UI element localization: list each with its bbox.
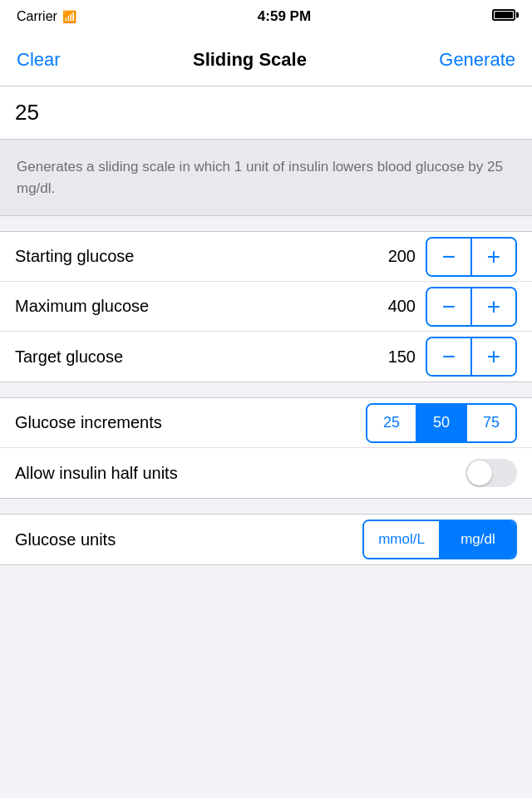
time-label: 4:59 PM xyxy=(258,8,311,25)
maximum-glucose-increment[interactable]: + xyxy=(472,288,515,325)
half-units-row: Allow insulin half units xyxy=(0,448,532,498)
maximum-glucose-value: 400 xyxy=(379,297,416,316)
starting-glucose-row: Starting glucose 200 − + xyxy=(0,232,532,282)
page-title: Sliding Scale xyxy=(193,49,307,71)
units-row: Glucose units mmol/L mg/dl xyxy=(0,515,532,564)
wifi-icon: 📶 xyxy=(62,10,76,23)
description-text: Generates a sliding scale in which 1 uni… xyxy=(17,156,515,199)
section-gap-2 xyxy=(0,382,532,397)
half-units-label: Allow insulin half units xyxy=(15,464,466,483)
section-gap-1 xyxy=(0,216,532,231)
toggle-knob xyxy=(467,461,492,485)
increments-segmented-control: 25 50 75 xyxy=(366,403,517,443)
status-bar: Carrier 📶 4:59 PM xyxy=(0,0,532,33)
target-glucose-row: Target glucose 150 − + xyxy=(0,332,532,382)
clear-button[interactable]: Clear xyxy=(13,42,64,77)
increment-75-button[interactable]: 75 xyxy=(467,405,515,441)
target-glucose-label: Target glucose xyxy=(15,347,379,367)
starting-glucose-stepper: − + xyxy=(426,237,517,277)
units-label: Glucose units xyxy=(15,530,362,549)
target-glucose-decrement[interactable]: − xyxy=(427,338,470,375)
starting-glucose-decrement[interactable]: − xyxy=(427,239,470,275)
maximum-glucose-decrement[interactable]: − xyxy=(427,288,470,325)
description-box: Generates a sliding scale in which 1 uni… xyxy=(0,140,532,216)
starting-glucose-value: 200 xyxy=(379,247,416,266)
options-settings-group: Glucose increments 25 50 75 Allow insuli… xyxy=(0,397,532,499)
input-value-row: 25 xyxy=(0,86,532,140)
increment-50-button[interactable]: 50 xyxy=(417,405,466,441)
mmol-button[interactable]: mmol/L xyxy=(364,521,439,558)
target-glucose-increment[interactable]: + xyxy=(472,338,515,375)
increment-25-button[interactable]: 25 xyxy=(367,405,416,441)
maximum-glucose-row: Maximum glucose 400 − + xyxy=(0,282,532,332)
section-gap-3 xyxy=(0,499,532,514)
units-settings-group: Glucose units mmol/L mg/dl xyxy=(0,514,532,565)
generate-button[interactable]: Generate xyxy=(436,42,519,77)
increments-row: Glucose increments 25 50 75 xyxy=(0,398,532,448)
half-units-toggle[interactable] xyxy=(466,459,517,487)
nav-bar: Clear Sliding Scale Generate xyxy=(0,33,532,86)
glucose-settings-group: Starting glucose 200 − + Maximum glucose… xyxy=(0,231,532,382)
target-glucose-value: 150 xyxy=(379,347,416,367)
input-value: 25 xyxy=(15,100,39,125)
battery-indicator xyxy=(492,9,515,24)
mgdl-button[interactable]: mg/dl xyxy=(441,521,515,558)
increments-label: Glucose increments xyxy=(15,413,366,432)
starting-glucose-increment[interactable]: + xyxy=(472,239,515,275)
carrier-label: Carrier xyxy=(17,9,57,24)
maximum-glucose-stepper: − + xyxy=(426,287,517,327)
units-segmented-control: mmol/L mg/dl xyxy=(362,520,517,559)
starting-glucose-label: Starting glucose xyxy=(15,247,379,266)
target-glucose-stepper: − + xyxy=(426,337,517,377)
carrier-info: Carrier 📶 xyxy=(17,9,76,24)
maximum-glucose-label: Maximum glucose xyxy=(15,297,379,316)
